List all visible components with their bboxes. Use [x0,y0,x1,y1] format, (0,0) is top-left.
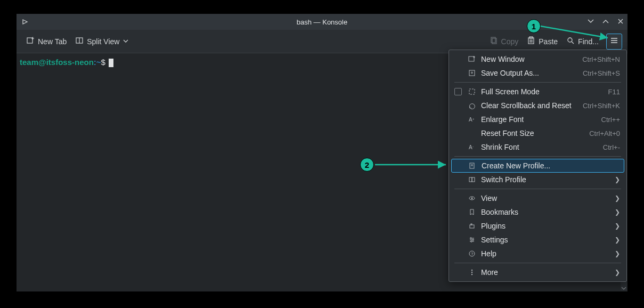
svg-text:A: A [469,144,472,150]
submenu-arrow-icon: ❯ [615,236,620,244]
menu-create-profile[interactable]: Create New Profile... [451,159,624,173]
svg-text:-: - [472,145,474,148]
menu-fullscreen[interactable]: Full Screen Mode F11 [449,85,626,99]
split-view-label: Split View [87,37,119,46]
submenu-arrow-icon: ❯ [615,269,620,276]
find-label: Find... [578,37,599,46]
settings-icon [467,236,477,244]
paste-label: Paste [539,37,558,46]
menu-settings[interactable]: Settings ❯ [449,233,626,247]
submenu-arrow-icon: ❯ [615,208,620,216]
find-button[interactable]: Find... [562,34,603,48]
menu-separator [454,82,621,83]
menu-shrink-font[interactable]: A- Shrink Font Ctrl+- [449,140,626,154]
menu-save-output[interactable]: Save Output As... Ctrl+Shift+S [449,66,626,80]
help-icon: ? [467,250,477,257]
prompt-userhost: team@itsfoss-neon [20,58,94,67]
annotation-step-1: 1 [527,19,541,33]
shell-prompt: team@itsfoss-neon:~$ [20,58,108,67]
paste-icon [527,36,535,46]
maximize-icon[interactable] [602,18,609,27]
prompt-path: ~ [96,58,101,67]
new-tab-button[interactable]: New Tab [22,34,71,48]
clear-icon [467,102,477,109]
prompt-dollar: $ [101,58,105,67]
svg-rect-26 [472,177,475,182]
svg-text:+: + [472,117,475,120]
profile-new-icon [468,162,477,169]
menu-more[interactable]: More ❯ [449,265,626,279]
font-shrink-icon: A- [467,143,477,151]
svg-point-41 [471,274,472,275]
svg-point-36 [471,241,472,242]
submenu-arrow-icon: ❯ [615,176,620,183]
svg-rect-30 [471,224,472,225]
menu-switch-profile[interactable]: Switch Profile ❯ [449,173,626,187]
window-new-icon [467,55,477,63]
menu-reset-font[interactable]: Reset Font Size Ctrl+Alt+0 [449,126,626,140]
hamburger-menu: New Window Ctrl+Shift+N Save Output As..… [449,50,627,282]
hamburger-menu-button[interactable] [606,34,622,50]
svg-rect-17 [469,89,475,94]
bookmark-icon [467,208,477,216]
menu-separator [454,189,621,189]
minimize-icon[interactable] [587,18,594,27]
svg-point-34 [470,238,472,239]
copy-label: Copy [501,37,519,46]
svg-text:?: ? [471,252,474,256]
font-enlarge-icon: A+ [467,116,477,123]
menu-view[interactable]: View ❯ [449,191,626,205]
svg-text:A: A [469,117,472,123]
new-tab-icon [26,36,35,46]
svg-point-35 [472,239,474,241]
scroll-down-icon[interactable] [621,284,627,290]
system-menu-icon[interactable] [20,17,30,27]
submenu-arrow-icon: ❯ [615,250,620,257]
save-icon [467,69,477,77]
menu-separator [454,263,621,263]
split-view-button[interactable]: Split View [71,34,133,48]
view-icon [467,194,477,202]
close-icon[interactable] [617,18,624,27]
submenu-arrow-icon: ❯ [615,222,620,230]
plugins-icon [467,222,477,230]
more-icon [467,269,477,276]
fullscreen-icon [467,88,477,95]
profile-switch-icon [467,176,477,183]
svg-rect-29 [470,225,474,228]
annotation-step-2: 2 [360,158,374,172]
svg-point-28 [471,198,473,199]
svg-point-40 [471,272,472,273]
svg-line-11 [572,42,574,44]
menu-enlarge-font[interactable]: A+ Enlarge Font Ctrl++ [449,112,626,126]
menu-separator [454,156,621,157]
svg-point-39 [471,270,472,271]
paste-button[interactable]: Paste [523,34,562,48]
menu-clear-scrollback[interactable]: Clear Scrollback and Reset Ctrl+Shift+K [449,99,626,112]
new-tab-label: New Tab [38,37,67,46]
svg-point-10 [568,38,572,42]
hamburger-icon [610,36,618,46]
split-view-icon [75,36,84,46]
copy-button: Copy [485,34,523,48]
menu-plugins[interactable]: Plugins ❯ [449,219,626,233]
window-title: bash — Konsole [297,18,347,26]
checkbox-unchecked-icon [454,88,462,95]
chevron-down-icon [123,37,129,46]
menu-new-window[interactable]: New Window Ctrl+Shift+N [449,52,626,66]
svg-rect-25 [469,177,472,182]
copy-icon [490,36,498,46]
submenu-arrow-icon: ❯ [615,194,620,202]
text-cursor [109,59,113,67]
menu-help[interactable]: ? Help ❯ [449,247,626,261]
search-icon [566,36,575,46]
menu-bookmarks[interactable]: Bookmarks ❯ [449,205,626,219]
